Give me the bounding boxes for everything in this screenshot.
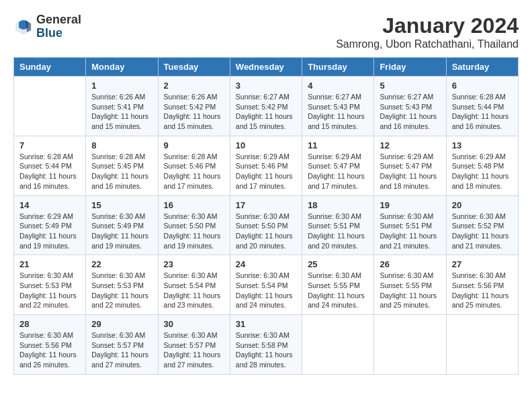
day-number: 7 bbox=[19, 140, 80, 150]
daylight-label: Daylight: 11 hours and 28 minutes. bbox=[236, 351, 293, 369]
logo-blue-text: Blue bbox=[36, 27, 81, 40]
sunrise-label: Sunrise: 6:28 AM bbox=[91, 152, 145, 161]
day-number: 16 bbox=[164, 200, 224, 210]
calendar-cell: 13 Sunrise: 6:29 AM Sunset: 5:48 PM Dayl… bbox=[446, 136, 518, 195]
col-monday: Monday bbox=[86, 58, 158, 77]
day-number: 9 bbox=[164, 140, 224, 150]
sunrise-label: Sunrise: 6:30 AM bbox=[452, 212, 506, 220]
daylight-label: Daylight: 11 hours and 22 minutes. bbox=[19, 291, 77, 310]
sunset-label: Sunset: 5:53 PM bbox=[19, 281, 72, 289]
sunset-label: Sunset: 5:52 PM bbox=[452, 222, 504, 230]
day-number: 21 bbox=[19, 259, 80, 269]
day-info: Sunrise: 6:29 AM Sunset: 5:49 PM Dayligh… bbox=[19, 212, 80, 251]
sunset-label: Sunset: 5:57 PM bbox=[164, 341, 216, 349]
daylight-label: Daylight: 11 hours and 18 minutes. bbox=[380, 172, 437, 190]
day-number: 23 bbox=[164, 259, 224, 269]
col-wednesday: Wednesday bbox=[230, 58, 302, 77]
sunrise-label: Sunrise: 6:29 AM bbox=[19, 212, 73, 220]
calendar-cell: 16 Sunrise: 6:30 AM Sunset: 5:50 PM Dayl… bbox=[158, 195, 230, 255]
sunset-label: Sunset: 5:47 PM bbox=[380, 162, 432, 170]
calendar-table: Sunday Monday Tuesday Wednesday Thursday… bbox=[13, 57, 519, 375]
sunset-label: Sunset: 5:53 PM bbox=[91, 281, 144, 289]
title-section: January 2024 Samrong, Ubon Ratchathani, … bbox=[336, 13, 519, 50]
sunset-label: Sunset: 5:49 PM bbox=[91, 222, 144, 230]
daylight-label: Daylight: 11 hours and 21 minutes. bbox=[380, 232, 437, 250]
calendar-cell: 31 Sunrise: 6:30 AM Sunset: 5:58 PM Dayl… bbox=[230, 315, 302, 375]
day-info: Sunrise: 6:27 AM Sunset: 5:43 PM Dayligh… bbox=[308, 92, 368, 132]
day-info: Sunrise: 6:30 AM Sunset: 5:52 PM Dayligh… bbox=[452, 212, 513, 251]
sunrise-label: Sunrise: 6:30 AM bbox=[164, 331, 218, 339]
sunrise-label: Sunrise: 6:28 AM bbox=[164, 152, 218, 161]
sunrise-label: Sunrise: 6:29 AM bbox=[236, 152, 290, 161]
sunset-label: Sunset: 5:48 PM bbox=[452, 162, 504, 170]
daylight-label: Daylight: 11 hours and 17 minutes. bbox=[236, 172, 293, 190]
sunset-label: Sunset: 5:46 PM bbox=[164, 162, 216, 170]
calendar-cell: 27 Sunrise: 6:30 AM Sunset: 5:56 PM Dayl… bbox=[446, 255, 518, 315]
day-info: Sunrise: 6:30 AM Sunset: 5:55 PM Dayligh… bbox=[380, 271, 440, 310]
sunset-label: Sunset: 5:54 PM bbox=[164, 281, 216, 289]
sunrise-label: Sunrise: 6:27 AM bbox=[236, 93, 290, 101]
daylight-label: Daylight: 11 hours and 16 minutes. bbox=[452, 112, 509, 130]
sunset-label: Sunset: 5:56 PM bbox=[452, 281, 504, 289]
calendar-cell bbox=[374, 315, 446, 375]
day-info: Sunrise: 6:30 AM Sunset: 5:53 PM Dayligh… bbox=[91, 271, 152, 310]
sunrise-label: Sunrise: 6:29 AM bbox=[452, 152, 506, 161]
sunset-label: Sunset: 5:57 PM bbox=[91, 341, 144, 349]
calendar-cell: 17 Sunrise: 6:30 AM Sunset: 5:50 PM Dayl… bbox=[230, 195, 302, 255]
day-number: 15 bbox=[91, 200, 152, 210]
sunrise-label: Sunrise: 6:30 AM bbox=[308, 212, 361, 220]
daylight-label: Daylight: 11 hours and 22 minutes. bbox=[91, 291, 148, 310]
sunset-label: Sunset: 5:42 PM bbox=[236, 103, 288, 111]
sunrise-label: Sunrise: 6:30 AM bbox=[19, 271, 73, 279]
sunrise-label: Sunrise: 6:28 AM bbox=[452, 93, 506, 101]
calendar-cell: 5 Sunrise: 6:27 AM Sunset: 5:43 PM Dayli… bbox=[374, 77, 446, 136]
sunset-label: Sunset: 5:43 PM bbox=[380, 103, 432, 111]
calendar-cell: 20 Sunrise: 6:30 AM Sunset: 5:52 PM Dayl… bbox=[446, 195, 518, 255]
sunset-label: Sunset: 5:44 PM bbox=[452, 103, 504, 111]
day-info: Sunrise: 6:30 AM Sunset: 5:50 PM Dayligh… bbox=[164, 212, 224, 251]
daylight-label: Daylight: 11 hours and 21 minutes. bbox=[452, 232, 509, 250]
day-number: 11 bbox=[308, 140, 368, 150]
daylight-label: Daylight: 11 hours and 18 minutes. bbox=[452, 172, 509, 190]
day-number: 6 bbox=[452, 81, 513, 91]
day-info: Sunrise: 6:30 AM Sunset: 5:53 PM Dayligh… bbox=[19, 271, 80, 310]
day-info: Sunrise: 6:30 AM Sunset: 5:58 PM Dayligh… bbox=[236, 330, 296, 370]
sunset-label: Sunset: 5:58 PM bbox=[236, 341, 288, 349]
day-number: 1 bbox=[91, 81, 152, 91]
sunrise-label: Sunrise: 6:28 AM bbox=[19, 152, 73, 161]
day-info: Sunrise: 6:30 AM Sunset: 5:57 PM Dayligh… bbox=[164, 330, 224, 370]
sunset-label: Sunset: 5:51 PM bbox=[380, 222, 432, 230]
sunrise-label: Sunrise: 6:30 AM bbox=[164, 271, 218, 279]
day-number: 19 bbox=[380, 200, 440, 210]
day-info: Sunrise: 6:30 AM Sunset: 5:56 PM Dayligh… bbox=[19, 330, 80, 370]
calendar-cell: 1 Sunrise: 6:26 AM Sunset: 5:41 PM Dayli… bbox=[86, 77, 158, 136]
daylight-label: Daylight: 11 hours and 16 minutes. bbox=[19, 172, 77, 190]
daylight-label: Daylight: 11 hours and 15 minutes. bbox=[164, 112, 221, 130]
daylight-label: Daylight: 11 hours and 24 minutes. bbox=[236, 291, 293, 310]
day-number: 24 bbox=[236, 259, 296, 269]
day-info: Sunrise: 6:30 AM Sunset: 5:57 PM Dayligh… bbox=[91, 330, 152, 370]
header-row: Sunday Monday Tuesday Wednesday Thursday… bbox=[14, 58, 519, 77]
col-saturday: Saturday bbox=[446, 58, 518, 77]
sunrise-label: Sunrise: 6:27 AM bbox=[308, 93, 361, 101]
day-number: 29 bbox=[91, 319, 152, 329]
sunset-label: Sunset: 5:41 PM bbox=[91, 103, 144, 111]
calendar-cell: 7 Sunrise: 6:28 AM Sunset: 5:44 PM Dayli… bbox=[14, 136, 86, 195]
sunrise-label: Sunrise: 6:30 AM bbox=[91, 271, 145, 279]
sunset-label: Sunset: 5:51 PM bbox=[308, 222, 360, 230]
month-title: January 2024 bbox=[336, 13, 519, 38]
day-info: Sunrise: 6:27 AM Sunset: 5:42 PM Dayligh… bbox=[236, 92, 296, 132]
day-info: Sunrise: 6:29 AM Sunset: 5:46 PM Dayligh… bbox=[236, 152, 296, 191]
col-tuesday: Tuesday bbox=[158, 58, 230, 77]
daylight-label: Daylight: 11 hours and 16 minutes. bbox=[91, 172, 148, 190]
col-thursday: Thursday bbox=[302, 58, 374, 77]
calendar-cell: 9 Sunrise: 6:28 AM Sunset: 5:46 PM Dayli… bbox=[158, 136, 230, 195]
daylight-label: Daylight: 11 hours and 19 minutes. bbox=[19, 232, 77, 250]
day-info: Sunrise: 6:30 AM Sunset: 5:51 PM Dayligh… bbox=[380, 212, 440, 251]
sunset-label: Sunset: 5:42 PM bbox=[164, 103, 216, 111]
sunrise-label: Sunrise: 6:30 AM bbox=[380, 212, 433, 220]
calendar-cell: 4 Sunrise: 6:27 AM Sunset: 5:43 PM Dayli… bbox=[302, 77, 374, 136]
calendar-cell: 10 Sunrise: 6:29 AM Sunset: 5:46 PM Dayl… bbox=[230, 136, 302, 195]
sunset-label: Sunset: 5:45 PM bbox=[91, 162, 144, 170]
calendar-cell: 14 Sunrise: 6:29 AM Sunset: 5:49 PM Dayl… bbox=[14, 195, 86, 255]
